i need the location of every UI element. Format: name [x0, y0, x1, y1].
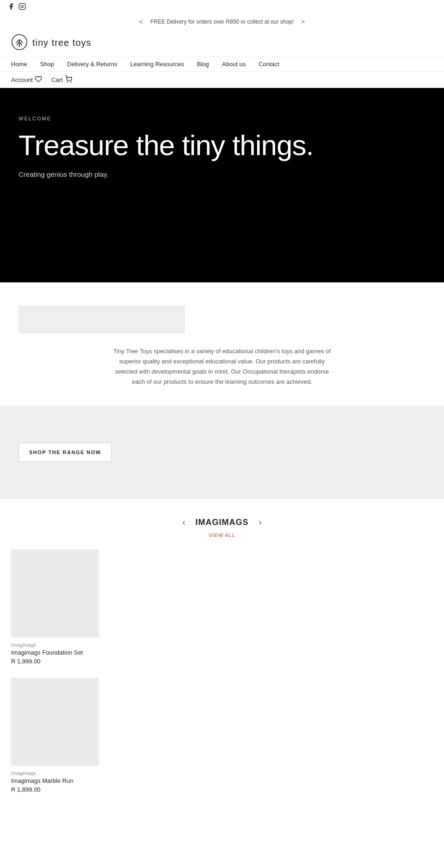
announcement-prev-button[interactable]: < — [137, 18, 145, 25]
about-image-placeholder — [18, 306, 185, 333]
about-description: Tiny Tree Toys specialises in a variety … — [111, 346, 333, 387]
view-all-link[interactable]: VIEW ALL — [209, 532, 235, 538]
product-brand-0: Imagimags — [11, 642, 99, 648]
products-header: ‹ iMAGiMAGS › — [11, 518, 433, 527]
account-label: Account — [11, 76, 33, 83]
product-price-1: R 1,899.00 — [11, 786, 99, 793]
cart-button[interactable]: Cart — [51, 75, 72, 84]
social-bar — [0, 0, 444, 14]
svg-point-4 — [67, 81, 68, 82]
main-nav: Home Shop Delivery & Returns Learning Re… — [0, 56, 444, 72]
brand-name: tiny tree toys — [32, 37, 91, 48]
brand-row: tiny tree toys — [0, 29, 444, 56]
product-price-0: R 1,999.00 — [11, 658, 99, 665]
announcement-bar: < FREE Delivery for orders over R850 or … — [0, 14, 444, 29]
product-name-0[interactable]: Imagimags Foundation Set — [11, 649, 99, 656]
shop-range-section: SHOP THE RANGE NOW — [0, 406, 444, 499]
brand-logo-icon — [11, 34, 28, 52]
nav-blog[interactable]: Blog — [197, 61, 209, 68]
announcement-next-button[interactable]: > — [299, 18, 307, 25]
user-bar: Account Cart — [0, 72, 444, 88]
nav-contact[interactable]: Contact — [259, 61, 279, 68]
view-all-link-container: VIEW ALL — [11, 531, 433, 538]
account-button[interactable]: Account — [11, 75, 42, 84]
product-card-1: Imagimags Imagimags Marble Run R 1,899.0… — [11, 678, 99, 793]
nav-delivery[interactable]: Delivery & Returns — [67, 61, 117, 68]
facebook-icon[interactable] — [7, 3, 15, 12]
products-next-button[interactable]: › — [257, 518, 264, 527]
hero-subtitle: Creating genius through play. — [18, 170, 426, 178]
heart-icon — [35, 75, 42, 84]
hero-section: WELCOME Treasure the tiny things. Creati… — [0, 88, 444, 282]
product-brand-1: Imagimags — [11, 770, 99, 776]
nav-learning[interactable]: Learning Resources — [130, 61, 184, 68]
nav-shop[interactable]: Shop — [40, 61, 54, 68]
svg-rect-0 — [19, 3, 25, 9]
svg-point-5 — [70, 81, 71, 82]
nav-home[interactable]: Home — [11, 61, 27, 68]
product-name-1[interactable]: Imagimags Marble Run — [11, 777, 99, 784]
products-prev-button[interactable]: ‹ — [181, 518, 187, 527]
about-section: Tiny Tree Toys specialises in a variety … — [0, 282, 444, 406]
hero-title: Treasure the tiny things. — [18, 130, 426, 161]
product-image-0 — [11, 550, 99, 637]
product-card-0: Imagimags Imagimags Foundation Set R 1,9… — [11, 550, 99, 665]
products-section: ‹ iMAGiMAGS › VIEW ALL Imagimags Imagima… — [0, 499, 444, 824]
product-image-1 — [11, 678, 99, 766]
hero-welcome-label: WELCOME — [18, 116, 426, 121]
shop-range-button[interactable]: SHOP THE RANGE NOW — [18, 443, 112, 462]
cart-label: Cart — [51, 76, 63, 83]
nav-about[interactable]: About us — [222, 61, 246, 68]
instagram-icon[interactable] — [18, 3, 26, 12]
announcement-text: FREE Delivery for orders over R850 or co… — [150, 19, 294, 25]
cart-icon — [65, 75, 72, 84]
products-section-title: iMAGiMAGS — [196, 518, 249, 527]
